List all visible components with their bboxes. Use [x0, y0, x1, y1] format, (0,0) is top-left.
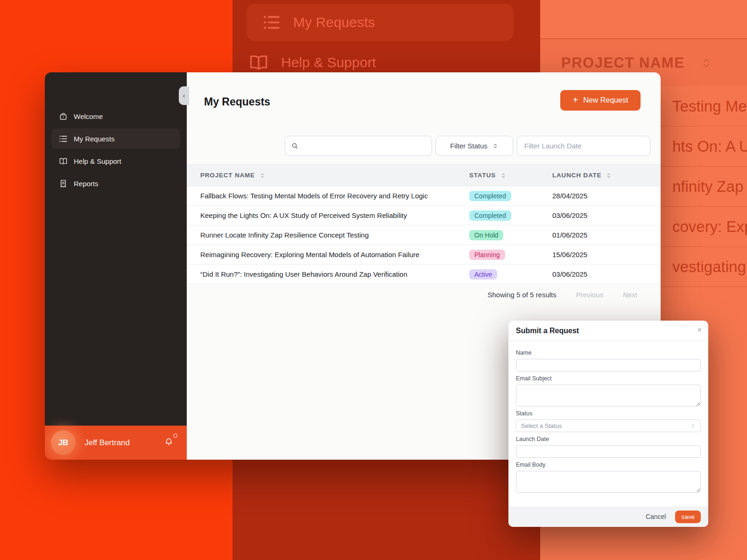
name-label: Name [516, 350, 701, 356]
sidebar-nav: Welcome My Requests Help & Support Repor… [51, 106, 180, 196]
submit-request-modal: Submit a Request × Name Email Subject St… [508, 321, 708, 527]
sidebar-user-footer: JB Jeff Bertrand [45, 426, 187, 460]
user-name: Jeff Bertrand [85, 438, 164, 448]
status-cell: Completed [469, 191, 552, 201]
table-row[interactable]: Reimagining Recovery: Exploring Mental M… [187, 245, 661, 265]
chevron-updown-icon [492, 143, 499, 149]
sidebar-collapse-button[interactable]: ‹ [179, 86, 189, 105]
name-field[interactable] [516, 359, 701, 371]
save-button[interactable]: save [675, 511, 701, 523]
close-icon[interactable]: × [698, 326, 702, 334]
sidebar-item-welcome[interactable]: Welcome [51, 106, 180, 126]
next-page-button[interactable]: Next [623, 291, 637, 299]
modal-footer: Cancel save [508, 506, 708, 527]
column-header-project-name[interactable]: Project Name [187, 172, 469, 179]
bell-icon [164, 437, 174, 447]
status-badge: Active [469, 269, 497, 280]
avatar[interactable]: JB [51, 430, 76, 455]
plus-icon: + [573, 95, 578, 105]
project-name-cell: “Did It Run?”: Investigating User Behavi… [187, 270, 469, 278]
launch-date-cell: 03/06/2025 [552, 211, 661, 219]
chevron-updown-icon [690, 423, 696, 429]
chevron-left-icon: ‹ [183, 92, 185, 99]
background-header-label: PROJECT NAME [561, 55, 684, 71]
new-request-button[interactable]: + New Request [560, 90, 641, 111]
background-nav-help-support: Help & Support [248, 52, 376, 73]
email-subject-field[interactable] [516, 385, 701, 406]
filter-status-dropdown[interactable]: Filter Status [436, 136, 513, 156]
background-nav-label: My Requests [293, 14, 375, 30]
modal-body: Name Email Subject Status Select a Statu… [508, 341, 708, 493]
status-cell: Completed [469, 210, 552, 221]
sort-icon[interactable] [259, 172, 266, 179]
modal-header: Submit a Request × [508, 321, 708, 341]
table-row[interactable]: Keeping the Lights On: A UX Study of Per… [187, 206, 661, 225]
status-cell: On Hold [469, 230, 552, 240]
filter-status-label: Filter Status [450, 142, 487, 150]
sidebar-item-label: Reports [74, 180, 99, 188]
table-header-row: Project Name Status Launch Date [187, 164, 661, 186]
list-icon [59, 134, 68, 143]
sidebar: Welcome My Requests Help & Support Repor… [45, 72, 187, 460]
notification-dot [173, 434, 177, 438]
launch-date-cell: 03/06/2025 [552, 270, 661, 278]
sidebar-item-label: Welcome [74, 112, 103, 120]
launch-date-label: Launch Date [516, 436, 701, 442]
modal-title: Submit a Request [516, 327, 579, 335]
email-body-label: Email Body [516, 462, 701, 468]
filter-bar: Filter Status [285, 136, 650, 156]
status-label: Status [516, 410, 701, 417]
launch-date-cell: 28/04/2025 [552, 192, 661, 200]
book-icon [59, 157, 68, 166]
email-subject-label: Email Subject [516, 375, 701, 382]
column-header-status[interactable]: Status [469, 172, 552, 179]
search-input[interactable] [303, 136, 431, 155]
previous-page-button[interactable]: Previous [576, 291, 603, 299]
notifications-button[interactable] [164, 437, 174, 448]
status-badge: Completed [469, 191, 511, 201]
status-cell: Active [469, 269, 552, 280]
table-body: Fallback Flows: Testing Mental Models of… [187, 186, 661, 284]
sidebar-item-help-support[interactable]: Help & Support [51, 151, 180, 171]
search-icon [291, 142, 299, 150]
project-name-cell: Fallback Flows: Testing Mental Models of… [187, 192, 469, 200]
status-select[interactable]: Select a Status [516, 420, 701, 432]
email-body-field[interactable] [516, 471, 701, 493]
sort-icon [699, 56, 713, 70]
status-select-placeholder: Select a Status [521, 422, 562, 429]
requests-table: Project Name Status Launch Date Fallback… [187, 164, 661, 284]
status-badge: Planning [469, 250, 505, 260]
pagination: Showing 5 of 5 results Previous Next [487, 291, 637, 299]
results-summary: Showing 5 of 5 results [487, 291, 557, 299]
status-badge: On Hold [469, 230, 503, 240]
sidebar-item-label: My Requests [74, 135, 115, 143]
list-icon [262, 13, 281, 32]
table-row[interactable]: Runner Locate Infinity Zap Resilience Co… [187, 225, 661, 245]
page-title: My Requests [204, 96, 270, 108]
status-cell: Planning [469, 250, 552, 260]
search-box [285, 136, 432, 156]
background-nav-label: Help & Support [281, 55, 376, 70]
sidebar-item-label: Help & Support [74, 157, 121, 165]
background-nav-my-requests: My Requests [247, 4, 514, 41]
project-name-cell: Reimagining Recovery: Exploring Mental M… [187, 251, 469, 259]
table-row[interactable]: Fallback Flows: Testing Mental Models of… [187, 186, 661, 206]
status-badge: Completed [469, 210, 511, 221]
filter-launch-date-input[interactable] [517, 136, 650, 156]
sort-icon[interactable] [500, 172, 507, 179]
sort-icon[interactable] [606, 172, 612, 179]
column-header-launch-date[interactable]: Launch Date [552, 172, 661, 179]
new-request-label: New Request [583, 96, 628, 105]
table-row[interactable]: “Did It Run?”: Investigating User Behavi… [187, 265, 661, 284]
launch-date-cell: 15/06/2025 [552, 251, 661, 259]
project-name-cell: Runner Locate Infinity Zap Resilience Co… [187, 231, 469, 239]
launch-date-field[interactable] [516, 445, 701, 458]
project-name-cell: Keeping the Lights On: A UX Study of Per… [187, 211, 469, 219]
sidebar-item-reports[interactable]: Reports [51, 173, 180, 194]
receipt-icon [59, 179, 68, 188]
gift-icon [59, 112, 68, 121]
cancel-button[interactable]: Cancel [646, 513, 666, 520]
sidebar-item-my-requests[interactable]: My Requests [51, 128, 180, 149]
launch-date-cell: 01/06/2025 [552, 231, 661, 239]
book-icon [248, 52, 269, 73]
